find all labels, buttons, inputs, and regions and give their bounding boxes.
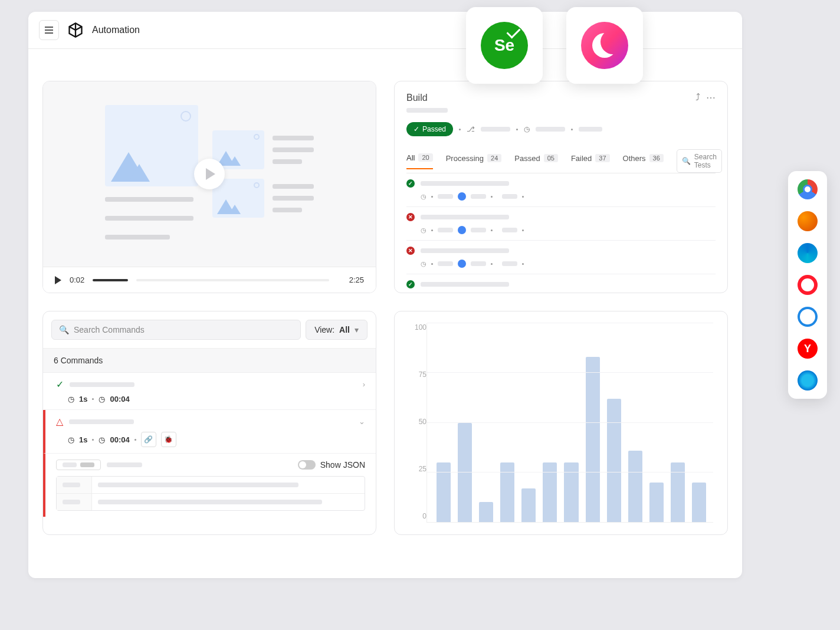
chart-bar [458,423,472,523]
test-row[interactable]: ✓ ◷ [406,274,716,293]
chart-bar [607,399,621,522]
commands-panel: 🔍 Search Commands View: All ▾ 6 Commands… [42,311,376,535]
clock-icon: ◷ [99,435,105,444]
status-badge: ✓ Passed [406,122,453,136]
warning-icon: △ [56,416,63,427]
share-icon[interactable]: ⤴ [695,92,700,103]
chart-bars [426,323,713,523]
search-tests-input[interactable]: 🔍 Search Tests [677,149,722,173]
chevron-down-icon: ⌄ [359,417,365,426]
check-icon: ✓ [56,379,64,390]
command-detail: Show JSON [43,454,376,517]
browser-strip: Y [788,171,827,399]
chart-bar [479,502,493,522]
bug-icon[interactable]: 🐞 [161,432,176,447]
play-button[interactable] [194,159,225,189]
chart-bar [628,451,642,522]
selenium-icon: Se [481,22,528,69]
clock-icon: ◷ [68,395,74,403]
chart-panel: 1007550250 [394,311,728,535]
menu-button[interactable] [39,20,59,40]
tab-others[interactable]: Others36 [623,154,664,169]
build-tabs: All20 Processing24 Passed05 Failed37 Oth… [406,149,716,173]
test-list: ✓ ◷✕ ◷✕ ◷✓ ◷ [406,173,716,293]
ie-icon[interactable] [798,370,818,391]
chart-bar [649,483,664,522]
build-title: Build [406,93,428,103]
chevron-down-icon: ▾ [355,325,359,334]
chrome-icon[interactable] [798,179,818,199]
firefox-icon[interactable] [798,211,818,231]
chart-bar [521,488,536,522]
detail-table [56,476,365,511]
video-progress-track[interactable] [136,279,329,281]
moon-card[interactable] [566,7,643,84]
clock-icon: ◷ [68,435,74,444]
search-commands-input[interactable]: 🔍 Search Commands [51,320,301,340]
app-logo-icon [67,22,84,38]
moon-icon [581,22,628,69]
test-row[interactable]: ✓ ◷ [406,173,716,207]
command-row[interactable]: ✓› ◷1s◷00:04 [43,373,376,410]
chevron-right-icon: › [363,380,365,389]
tab-all[interactable]: All20 [406,153,433,169]
video-panel: 0:02 2:25 [42,81,376,293]
image-placeholder [105,105,198,186]
app-window: Automation [28,12,742,578]
view-select[interactable]: View: All ▾ [306,320,368,340]
chart-bar [692,483,706,522]
test-row[interactable]: ✕ ◷ [406,207,716,241]
tab-failed[interactable]: Failed37 [571,154,610,169]
more-icon[interactable]: ⋯ [706,92,716,103]
edge-icon[interactable] [798,243,818,263]
build-panel: Build ⤴ ⋯ ✓ Passed ⎇ ◷ All20 Processing2… [394,81,728,293]
tab-passed[interactable]: Passed05 [514,154,558,169]
clock-icon: ◷ [524,125,530,133]
tab-processing[interactable]: Processing24 [446,154,502,169]
link-icon[interactable]: 🔗 [141,432,156,447]
detail-tab[interactable] [56,460,101,470]
app-title: Automation [92,25,140,35]
chart-bar [586,357,600,522]
content-grid: 0:02 2:25 Build ⤴ ⋯ ✓ Passed ⎇ ◷ [28,49,742,549]
video-preview[interactable] [43,81,376,267]
play-icon[interactable] [55,276,61,284]
chart-y-axis: 1007550250 [409,323,426,523]
branch-icon: ⎇ [467,125,475,133]
video-current-time: 0:02 [70,275,84,284]
opera-icon[interactable] [798,275,818,295]
clock-icon: ◷ [99,395,105,403]
safari-icon[interactable] [798,307,818,327]
selenium-card[interactable]: Se [466,7,543,84]
commands-header: 6 Commands [43,348,376,373]
video-controls: 0:02 2:25 [43,267,376,293]
show-json-toggle[interactable]: Show JSON [298,460,365,470]
test-row[interactable]: ✕ ◷ [406,241,716,274]
yandex-icon[interactable]: Y [798,339,818,359]
video-total-time: 2:25 [349,275,364,284]
video-progress[interactable] [93,279,128,281]
command-row[interactable]: △⌄ ◷1s◷00:04🔗🐞 [43,410,376,454]
